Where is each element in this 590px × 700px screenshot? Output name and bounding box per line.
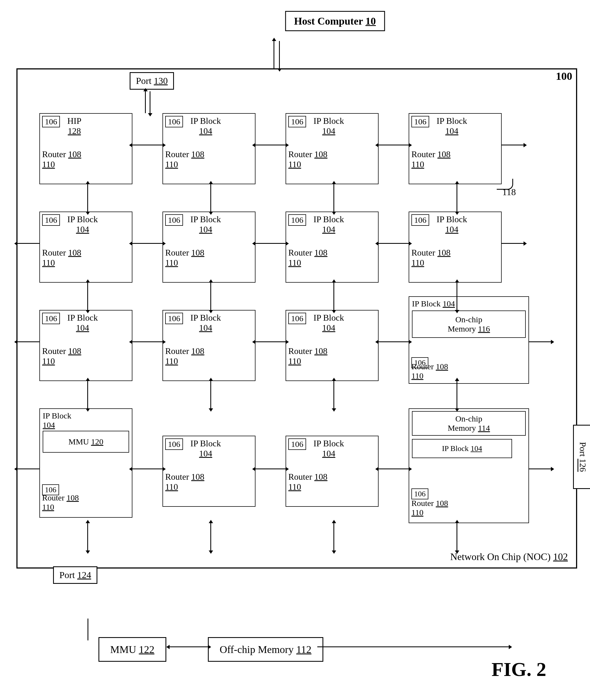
cell-3-2: 106 IP Block104 Router 108110 [163, 310, 256, 381]
cell-2-2: 106 IP Block104 Router 108110 [163, 212, 256, 282]
ip-label-1-2: IP Block104 [190, 116, 221, 136]
router-label-1-1: Router 108110 [42, 149, 81, 169]
mmu-120-label: MMU 120 [68, 437, 103, 446]
ip-label-1-4: IP Block104 [436, 116, 467, 136]
ip-3-1: IP Block104 [67, 313, 98, 333]
varrow-3-4-col3 [333, 381, 334, 409]
harrow-3-1-2 [132, 341, 163, 342]
cell-4-1-outer: IP Block104 MMU 120 106 Router 108110 [39, 409, 132, 518]
harrow-1-3-4 [379, 145, 409, 145]
host-computer-label: Host Computer [294, 15, 363, 27]
router-2-3: Router 108110 [288, 248, 327, 268]
mmu-120-box: MMU 120 [43, 431, 129, 453]
onchip-memory-116-box: On-chipMemory 116 [412, 311, 526, 338]
ip-4-4-box: IP Block 104 [412, 439, 512, 458]
arrow-mmu-offchip [170, 647, 208, 647]
onchip-memory-114-box: On-chipMemory 114 [412, 411, 526, 436]
varrow-1-2-col2 [210, 184, 211, 212]
harrow-3-3-4 [379, 341, 409, 342]
varrow-3-4-col1 [87, 381, 88, 409]
router-2-2: Router 108110 [165, 248, 204, 268]
p106-2-3: 106 [288, 214, 306, 226]
varrow-4-down-col3 [333, 523, 334, 551]
harrow-2-1-2 [132, 243, 163, 244]
port-106-box-1-4: 106 [411, 116, 429, 127]
router-4-4: Router 108110 [411, 498, 448, 517]
port130-arrow-up [145, 91, 146, 113]
varrow-2-3-col2 [210, 282, 211, 310]
varrow-4-down-col1 [87, 523, 88, 551]
varrow-2-3-col1 [87, 282, 88, 310]
router-3-1: Router 108110 [42, 346, 81, 366]
p106-2-1: 106 [42, 214, 60, 226]
harrow-3-4-right [529, 341, 551, 342]
harrow-1-2-3 [256, 145, 286, 145]
p106-2-4: 106 [411, 214, 429, 226]
ip-4-3: IP Block104 [313, 439, 344, 459]
harrow-4-1-2 [132, 468, 163, 469]
varrow-1-2-col4 [457, 184, 457, 212]
cell-2-1: 106 IP Block104 Router 108110 [39, 212, 132, 282]
port-106-box-1-3: 106 [288, 116, 306, 127]
noc-to-host-arrow [274, 41, 274, 68]
harrow-2-2-3 [256, 243, 286, 244]
host-to-noc-arrow [279, 41, 280, 68]
cell-4-2: 106 IP Block104 Router 108110 [163, 436, 256, 507]
varrow-3-4-col4 [457, 381, 457, 409]
ip-label-1-3: IP Block104 [313, 116, 344, 136]
ip-3-2: IP Block104 [190, 313, 221, 333]
p106-2-2: 106 [165, 214, 183, 226]
ip-2-3: IP Block104 [313, 214, 344, 235]
p106-3-3: 106 [288, 313, 306, 324]
cell-3-4-outer: IP Block 104 On-chipMemory 116 106 Route… [409, 296, 529, 384]
router-3-2: Router 108110 [165, 346, 204, 366]
harrow-2-left [17, 243, 39, 244]
ip-2-1: IP Block104 [67, 214, 98, 235]
arrow-offchip-right [317, 647, 509, 647]
hip-label: HIP128 [67, 116, 82, 136]
off-chip-memory-box: Off-chip Memory 112 [208, 637, 323, 662]
noc-box: Network On Chip (NOC) 102 Port 130 106 H… [16, 68, 577, 569]
ip-3-3: IP Block104 [313, 313, 344, 333]
port-106-box: 106 [42, 116, 60, 127]
cell-4-4-outer: On-chipMemory 114 IP Block 104 106 Route… [409, 409, 529, 523]
port-126-box: Port 126 [573, 425, 590, 489]
varrow-4-down-col4 [457, 523, 457, 551]
varrow-3-4-col2 [210, 381, 211, 409]
cell-2-3: 106 IP Block104 Router 108110 [286, 212, 379, 282]
port-106-box-1-2: 106 [165, 116, 183, 127]
port-130-box: Port 130 [130, 72, 174, 90]
router-4-3: Router 108110 [288, 472, 327, 492]
p106-4-2: 106 [165, 439, 183, 450]
harrow-2-3-4 [379, 243, 409, 244]
harrow-4-left [17, 468, 39, 469]
cell-4-3: 106 IP Block104 Router 108110 [286, 436, 379, 507]
cell-2-4: 106 IP Block104 Router 108110 [409, 212, 502, 282]
arrow-118 [497, 179, 513, 190]
harrow-3-left [17, 341, 39, 342]
cell-3-1: 106 IP Block104 Router 108110 [39, 310, 132, 381]
mmu-122-box: MMU 122 [98, 637, 166, 662]
ip-2-4: IP Block104 [436, 214, 467, 235]
router-4-2: Router 108110 [165, 472, 204, 492]
varrow-4-down-col2 [210, 523, 211, 551]
router-label-1-3: Router 108110 [288, 149, 327, 169]
varrow-1-2-col1 [87, 184, 88, 212]
p106-3-2: 106 [165, 313, 183, 324]
p106-4-4: 106 [411, 488, 428, 499]
ip-4-4-label: IP Block 104 [442, 444, 482, 453]
cell-1-3: 106 IP Block104 Router 108110 [286, 113, 379, 184]
cell-1-1: 106 HIP128 Router 108110 [39, 113, 132, 184]
varrow-2-3-col3 [333, 282, 334, 310]
onchip-memory-114-label: On-chipMemory 114 [448, 414, 490, 433]
onchip-memory-116-label: On-chipMemory 116 [448, 315, 490, 334]
router-2-4: Router 108110 [411, 248, 451, 268]
router-4-1: Router 108110 [42, 493, 79, 512]
fig-label: FIG. 2 [492, 658, 546, 681]
router-label-1-4: Router 108110 [411, 149, 451, 169]
arrow-port124-down [88, 618, 88, 640]
ip-2-2: IP Block104 [190, 214, 221, 235]
harrow-1-1-2 [132, 145, 163, 145]
harrow-4-3-4 [379, 468, 409, 469]
diagram-container: Host Computer 10 100 Network On Chip (NO… [16, 11, 574, 684]
